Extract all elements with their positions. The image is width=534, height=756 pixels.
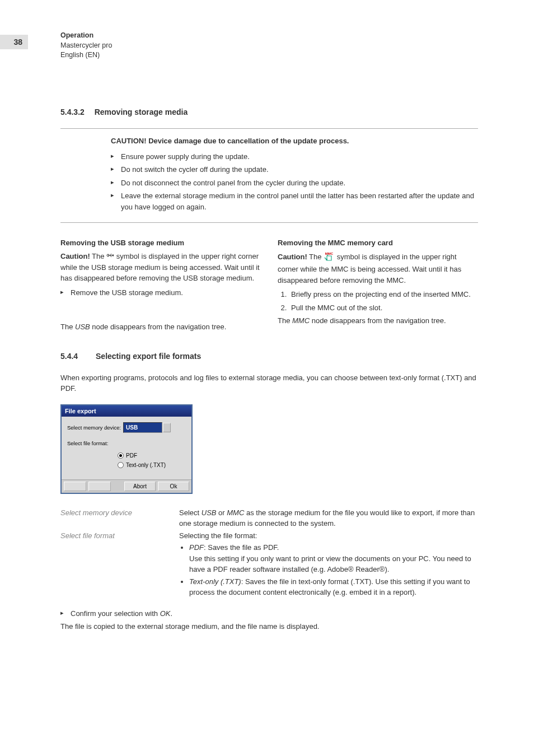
def-term: Select memory device (60, 507, 179, 529)
list-item: PDF: Saves the file as PDF. Use this set… (189, 542, 478, 575)
mmc-title: Removing the MMC memory card (278, 237, 478, 249)
two-column-section: Removing the USB storage medium Caution!… (60, 237, 478, 336)
def-term: Select file format (60, 530, 179, 601)
text: Confirm your selection with (71, 609, 160, 618)
final-copied-text: The file is copied to the external stora… (60, 621, 478, 632)
text: node disappears from the navigation tree… (90, 323, 227, 331)
caution-list: Ensure power supply during the update. D… (111, 151, 478, 213)
dialog-titlebar: File export (62, 405, 191, 417)
svg-text:MMC: MMC (325, 252, 334, 255)
def-row: Select memory device Select USB or MMC a… (60, 507, 478, 529)
header-line3: English (EN) (60, 50, 112, 60)
svg-rect-1 (113, 255, 114, 256)
text-italic: Text-only (.TXT) (189, 577, 241, 586)
radio-row-pdf[interactable]: PDF (118, 451, 186, 460)
heading-544: 5.4.4 Selecting export file formats (60, 351, 478, 362)
mmc-result: The MMC node disappears from the navigat… (278, 315, 478, 326)
radio-group-format: PDF Text-only (.TXT) (118, 451, 186, 469)
usb-step: Remove the USB storage medium. (60, 287, 261, 298)
text: node disappears from the navigation tree… (310, 316, 446, 325)
label-memory-device: Select memory device: (67, 424, 123, 432)
dialog-body: Select memory device: USB Select file fo… (62, 417, 191, 479)
usb-column: Removing the USB storage medium Caution!… (60, 237, 261, 336)
text: The (90, 252, 106, 260)
text-italic: MMC (227, 508, 244, 517)
caution-item: Ensure power supply during the update. (111, 151, 478, 162)
def-body: Select USB or MMC as the storage medium … (179, 507, 478, 529)
heading-number: 5.4.3.2 (60, 108, 85, 116)
content: 5.4.3.2 Removing storage media CAUTION! … (0, 0, 534, 632)
header-line2: Mastercycler pro (60, 41, 112, 51)
text-italic: USB (202, 508, 217, 517)
def-body: Selecting the file format: PDF: Saves th… (179, 530, 478, 601)
header-line1: Operation (60, 31, 112, 41)
text: Use this setting if you only want to pri… (189, 553, 478, 575)
heading-5432: 5.4.3.2 Removing storage media (60, 106, 478, 118)
dialog-footer: Abort Ok (62, 479, 191, 493)
file-export-dialog: File export Select memory device: USB Se… (60, 404, 193, 494)
mmc-icon: MMC (324, 251, 335, 264)
usb-result: The USB node disappears from the navigat… (60, 321, 261, 333)
usb-caution-text: Caution! The symbol is displayed in the … (60, 251, 261, 284)
running-header: Operation Mastercycler pro English (EN) (60, 31, 112, 60)
text-italic: USB (75, 323, 90, 331)
mmc-column: Removing the MMC memory card Caution! Th… (278, 237, 478, 336)
label-file-format: Select file format: (67, 440, 123, 447)
mmc-step: Pull the MMC out of the slot. (289, 302, 478, 314)
text: The (60, 323, 75, 331)
select-memory-device[interactable]: USB (123, 422, 162, 433)
usb-steps: Remove the USB storage medium. (60, 287, 261, 298)
blank-button[interactable] (64, 482, 86, 491)
chevron-down-icon (165, 424, 168, 427)
mmc-steps: Briefly press on the projecting end of t… (278, 289, 478, 313)
text: or (216, 508, 227, 517)
def-row: Select file format Selecting the file fo… (60, 530, 478, 601)
radio-icon (118, 462, 124, 468)
text: : Saves the file as PDF. (204, 543, 279, 552)
text: . (170, 609, 172, 618)
caution-item: Do not switch the cycler off during the … (111, 164, 478, 175)
heading-number: 5.4.4 (60, 352, 78, 361)
page: 38 Operation Mastercycler pro English (E… (0, 0, 534, 756)
text: The (307, 253, 324, 261)
list-item: Text-only (.TXT): Saves the file in text… (189, 576, 478, 598)
final-step: Confirm your selection with OK. (60, 608, 478, 619)
radio-row-txt[interactable]: Text-only (.TXT) (118, 461, 186, 469)
section-544-intro: When exporting programs, protocols and l… (60, 372, 478, 394)
radio-icon (118, 452, 124, 459)
mmc-step: Briefly press on the projecting end of t… (289, 289, 478, 300)
final-step-list: Confirm your selection with OK. (60, 608, 478, 619)
text-italic: MMC (292, 316, 310, 325)
text: Select (179, 508, 202, 517)
heading-title: Selecting export file formats (96, 352, 201, 361)
abort-button[interactable]: Abort (124, 482, 156, 491)
usb-icon (106, 251, 114, 262)
caution-bold: Caution! (278, 253, 307, 261)
radio-label: PDF (126, 451, 137, 460)
ok-button[interactable]: Ok (158, 482, 189, 491)
caution-bold: Caution! (60, 252, 90, 260)
caution-box: CAUTION! Device damage due to cancellati… (60, 128, 478, 223)
text: Selecting the file format: (179, 530, 478, 542)
usb-title: Removing the USB storage medium (60, 237, 261, 249)
mmc-caution-text: Caution! The MMC symbol is displayed in … (278, 251, 478, 286)
definition-table: Select memory device Select USB or MMC a… (60, 507, 478, 601)
radio-label: Text-only (.TXT) (126, 461, 166, 469)
text-italic: PDF (189, 543, 204, 552)
blank-button[interactable] (88, 482, 111, 491)
caution-title: CAUTION! Device damage due to cancellati… (111, 136, 478, 147)
page-number: 38 (0, 35, 28, 49)
text-italic: OK (160, 609, 171, 618)
caution-item: Do not disconnect the control panel from… (111, 178, 478, 189)
caution-item: Leave the external storage medium in the… (111, 190, 478, 212)
heading-title: Removing storage media (95, 108, 188, 116)
text: The (278, 316, 292, 325)
select-value: USB (126, 424, 138, 431)
